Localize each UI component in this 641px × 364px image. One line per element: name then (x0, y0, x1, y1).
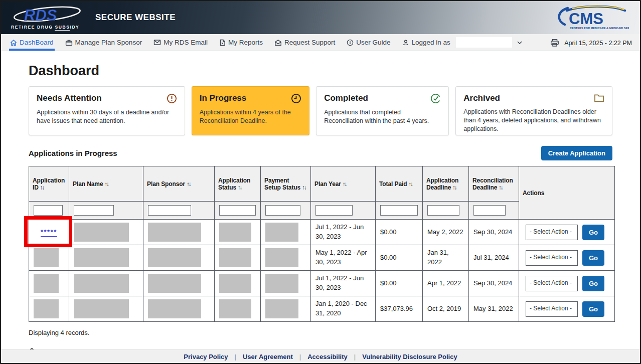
filter-input-plan-sponsor[interactable] (148, 205, 191, 216)
support-icon (274, 39, 282, 46)
select-action-dropdown[interactable]: - Select Action - (526, 250, 578, 266)
card-archived[interactable]: Archived Applications with Reconciliatio… (455, 86, 612, 135)
filter-input-plan-year[interactable] (315, 205, 353, 216)
redacted-payment-setup-status (265, 299, 298, 318)
column-header-application-deadline[interactable]: Application Deadline↑↓ (423, 166, 469, 202)
filter-input-reconciliation-deadline[interactable] (473, 205, 506, 216)
select-action-dropdown[interactable]: - Select Action - (526, 225, 578, 240)
rds-logo: RDS Retiree Drug Subsidy (11, 6, 86, 30)
column-header-application-id[interactable]: Application ID↑↓ (29, 166, 69, 202)
card-title: In Progress (200, 93, 247, 103)
rds-secure-website-screen: RDS Retiree Drug Subsidy SECURE WEBSITE … (0, 0, 641, 364)
nav-item-manage-plan-sponsor[interactable]: Manage Plan Sponsor (64, 34, 143, 51)
filter-input-total-paid[interactable] (380, 205, 418, 216)
sort-icon: ↑↓ (343, 181, 347, 187)
sort-icon: ↑↓ (40, 185, 44, 191)
table-row: May 1, 2022 - Apr 30, 2023 $0.00 Jan 31,… (29, 245, 615, 271)
column-header-application-status[interactable]: Application Status↑↓ (215, 166, 261, 202)
sort-icon: ↑↓ (452, 185, 456, 191)
column-header-plan-name[interactable]: Plan Name↑↓ (69, 166, 143, 202)
select-action-dropdown[interactable]: - Select Action - (526, 301, 578, 317)
go-button[interactable]: Go (582, 276, 604, 291)
main-content: Dashboard Needs Attention Applications w… (1, 63, 640, 355)
card-title: Completed (324, 93, 368, 103)
status-cards: Needs Attention Applications within 30 d… (29, 86, 612, 135)
svg-text:CMS: CMS (569, 10, 603, 28)
footer-link-accessibility[interactable]: Accessibility (307, 353, 348, 360)
main-navbar: DashBoard Manage Plan Sponsor My RDS Ema… (1, 34, 640, 51)
logged-in-as: Logged in as (401, 34, 523, 51)
card-description: Applications that completed Reconciliati… (324, 108, 441, 125)
redacted-application-status (219, 299, 251, 318)
footer-link-privacy-policy[interactable]: Privacy Policy (184, 353, 228, 360)
application-deadline-cell: Oct 2, 2019 (423, 296, 469, 322)
redacted-plan-name (74, 223, 129, 242)
redacted-payment-setup-status (265, 248, 298, 267)
redacted-plan-name (74, 248, 129, 267)
nav-item-dashboard[interactable]: DashBoard (9, 34, 55, 51)
go-button[interactable]: Go (582, 250, 604, 266)
card-title: Needs Attention (37, 93, 102, 103)
rds-tagline: Retiree Drug Subsidy (11, 25, 86, 30)
navbar-right: April 15, 2025 - 2:22 PM (550, 34, 632, 51)
card-needs-attention[interactable]: Needs Attention Applications within 30 d… (29, 86, 185, 135)
chevron-down-icon[interactable] (517, 41, 522, 44)
application-id-link[interactable]: ***** (41, 228, 57, 236)
application-deadline-cell: May 2, 2022 (423, 220, 469, 245)
alert-circle-icon (167, 93, 177, 104)
nav-item-my-reports[interactable]: My Reports (218, 34, 264, 51)
column-header-reconciliation-deadline[interactable]: Reconciliation Deadline↑↓ (469, 166, 519, 202)
cms-logo-icon: CMS CENTERS FOR MEDICARE & MEDICAID SERV… (553, 5, 629, 31)
check-circle-icon (430, 93, 441, 104)
sort-icon: ↑↓ (302, 185, 306, 191)
applications-table: Application ID↑↓ Plan Name↑↓ Plan Sponso… (29, 166, 615, 322)
column-header-plan-sponsor[interactable]: Plan Sponsor↑↓ (143, 166, 215, 202)
reconciliation-deadline-cell: May 31, 2022 (469, 296, 519, 322)
folder-icon (594, 93, 604, 103)
go-button[interactable]: Go (582, 301, 604, 317)
plan-year-cell: Jan 1, 2020 - Dec 31, 2020 (311, 296, 376, 322)
redacted-plan-sponsor (148, 248, 201, 267)
column-header-payment-setup-status[interactable]: Payment Setup Status↑↓ (261, 166, 311, 202)
footer-link-user-agreement[interactable]: User Agreement (243, 353, 293, 360)
nav-item-my-rds-email[interactable]: My RDS Email (152, 34, 209, 51)
card-in-progress[interactable]: In Progress Applications within 4 years … (192, 86, 309, 135)
printer-icon[interactable] (550, 39, 559, 47)
sort-icon: ↑↓ (104, 181, 108, 187)
applications-section-bar: Applications in Progress Create Applicat… (29, 146, 612, 160)
application-deadline-cell: Jan 31, 2022 (423, 245, 469, 271)
envelope-icon (153, 39, 161, 46)
total-paid-cell: $0.00 (376, 245, 423, 271)
table-row: Jul 1, 2022 - Jun 30, 2023 $0.00 Apr 1, … (29, 271, 615, 296)
plan-year-cell: Jul 1, 2022 - Jun 30, 2023 (311, 220, 376, 245)
card-title: Archived (463, 93, 500, 103)
column-header-total-paid[interactable]: Total Paid↑↓ (376, 166, 423, 202)
filter-input-application-status[interactable] (219, 205, 256, 216)
redacted-payment-setup-status (265, 274, 298, 293)
applications-heading: Applications in Progress (29, 149, 117, 157)
select-action-dropdown[interactable]: - Select Action - (526, 276, 578, 291)
total-paid-cell: $37,073.96 (376, 296, 423, 322)
logged-in-user-select[interactable] (456, 37, 512, 48)
clock-icon (291, 93, 301, 104)
redacted-application-status (219, 248, 251, 267)
footer-link-vulnerability-disclosure-policy[interactable]: Vulnerability Disclosure Policy (362, 353, 457, 360)
card-description: Applications within 4 years of the Recon… (200, 108, 301, 125)
cms-logo: CMS CENTERS FOR MEDICARE & MEDICAID SERV… (553, 5, 629, 31)
column-header-plan-year[interactable]: Plan Year↑↓ (311, 166, 376, 202)
sort-icon: ↑↓ (187, 181, 191, 187)
filter-input-application-deadline[interactable] (427, 205, 459, 216)
go-button[interactable]: Go (582, 225, 604, 240)
redacted-plan-name (74, 274, 129, 293)
card-completed[interactable]: Completed Applications that completed Re… (316, 86, 449, 135)
filter-input-plan-name[interactable] (74, 205, 114, 216)
nav-item-user-guide[interactable]: User Guide (346, 34, 391, 51)
plan-year-cell: Jul 1, 2022 - Jun 30, 2023 (311, 271, 376, 296)
filter-input-application-id[interactable] (34, 205, 63, 216)
user-icon (402, 39, 409, 46)
filter-input-payment-setup-status[interactable] (265, 205, 300, 216)
nav-item-request-support[interactable]: Request Support (273, 34, 336, 51)
info-icon (347, 39, 354, 46)
svg-text:RDS: RDS (24, 7, 57, 24)
create-application-button[interactable]: Create Application (541, 146, 612, 160)
